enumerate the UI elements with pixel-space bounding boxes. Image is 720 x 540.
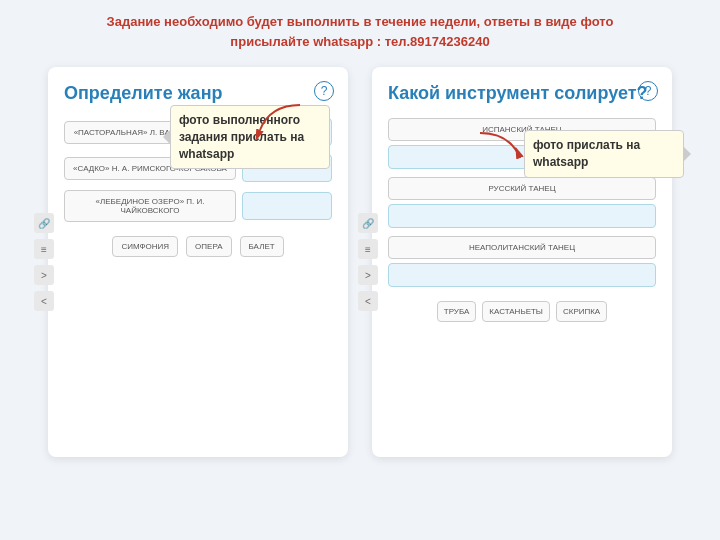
right-answer-row-2: РУССКИЙ ТАНЕЦ (388, 177, 656, 228)
card-right: Какой инструмент солирует? ? ИСПАНСКИЙ Т… (372, 67, 672, 457)
card-right-options: ТРУБА КАСТАНЬЕТЫ СКРИПКА (388, 301, 656, 322)
card-left-side-icons: 🔗 ≡ > < (34, 213, 54, 311)
red-arrow-left-icon (250, 100, 310, 140)
instruction: Задание необходимо будет выполнить в теч… (0, 0, 720, 59)
card-left-options: СИМФОНИЯ ОПЕРА БАЛЕТ (64, 236, 332, 257)
option-kastanety[interactable]: КАСТАНЬЕТЫ (482, 301, 550, 322)
card-right-side-icons: 🔗 ≡ > < (358, 213, 378, 311)
right-answer-box-2[interactable] (388, 204, 656, 228)
prev-icon-left[interactable]: < (34, 291, 54, 311)
cards-container: Определите жанр ? «ПАСТОРАЛЬНАЯ» Л. ВАН … (0, 67, 720, 457)
right-answer-row-3: НЕАПОЛИТАНСКИЙ ТАНЕЦ (388, 236, 656, 287)
option-balet[interactable]: БАЛЕТ (240, 236, 284, 257)
red-arrow-right-icon (470, 128, 530, 168)
answer-row-3: «ЛЕБЕДИНОЕ ОЗЕРО» П. И. ЧАЙКОВСКОГО (64, 190, 332, 222)
right-answer-box-3[interactable] (388, 263, 656, 287)
link-icon-left[interactable]: 🔗 (34, 213, 54, 233)
option-skripka[interactable]: СКРИПКА (556, 301, 607, 322)
option-simfonia[interactable]: СИМФОНИЯ (112, 236, 178, 257)
answer-label-3: «ЛЕБЕДИНОЕ ОЗЕРО» П. И. ЧАЙКОВСКОГО (64, 190, 236, 222)
answer-box-3[interactable] (242, 192, 332, 220)
right-answer-label-3: НЕАПОЛИТАНСКИЙ ТАНЕЦ (388, 236, 656, 259)
option-opera[interactable]: ОПЕРА (186, 236, 231, 257)
callout-right: фото прислать на whatsapp (524, 130, 684, 178)
list-icon-right[interactable]: ≡ (358, 239, 378, 259)
list-icon-left[interactable]: ≡ (34, 239, 54, 259)
prev-icon-right[interactable]: < (358, 291, 378, 311)
instruction-line2: присылайте whatsapp : тел.89174236240 (230, 34, 489, 49)
right-answer-label-2: РУССКИЙ ТАНЕЦ (388, 177, 656, 200)
card-right-question[interactable]: ? (638, 81, 658, 101)
card-left-question[interactable]: ? (314, 81, 334, 101)
link-icon-right[interactable]: 🔗 (358, 213, 378, 233)
instruction-line1: Задание необходимо будет выполнить в теч… (107, 14, 614, 29)
next-icon-right[interactable]: > (358, 265, 378, 285)
card-right-title: Какой инструмент солирует? (388, 83, 656, 104)
next-icon-left[interactable]: > (34, 265, 54, 285)
option-truba[interactable]: ТРУБА (437, 301, 477, 322)
